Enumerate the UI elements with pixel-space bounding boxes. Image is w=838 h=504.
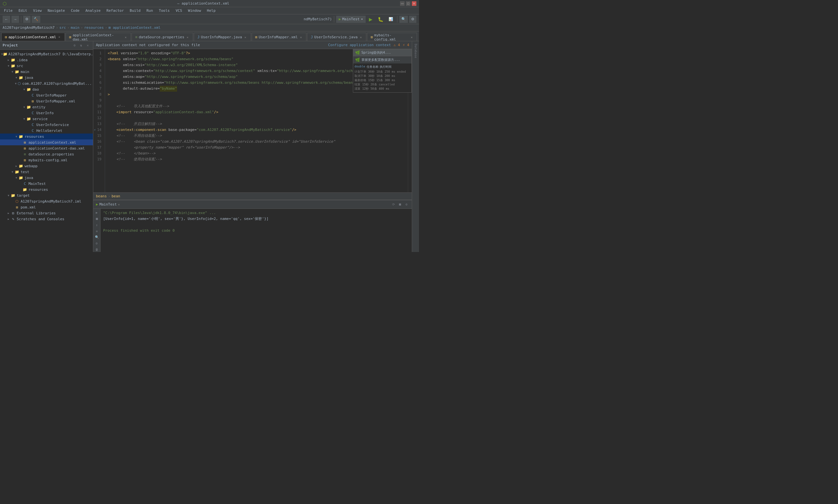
tree-entity-arrow[interactable]: ▼: [22, 105, 26, 109]
tree-test-arrow[interactable]: ▼: [11, 170, 14, 174]
debug-button[interactable]: 🐛: [376, 16, 385, 23]
recent-files-label[interactable]: ndMyBatisch7): [304, 17, 332, 21]
toolbar-search[interactable]: 🔍: [399, 16, 408, 23]
run-settings-icon[interactable]: ⚙: [404, 202, 409, 207]
tree-main-arrow[interactable]: ▼: [11, 70, 14, 74]
spring-popup[interactable]: 🌿 Spring提供的4... 🌿 掌握更多配置数据源方... double 任…: [353, 49, 412, 93]
tree-webapp[interactable]: ▶ 📁 webapp: [0, 163, 93, 169]
run-icon-5[interactable]: 🔍: [94, 235, 100, 239]
menu-run[interactable]: Run: [144, 8, 156, 14]
tree-testjava-arrow[interactable]: ▼: [14, 176, 18, 180]
run-configuration[interactable]: ▶ MainTest ▾: [336, 16, 365, 23]
tree-com[interactable]: ▼ ⬡ com.A1207.A1207springAndMyBat...: [0, 80, 93, 86]
tree-src-arrow[interactable]: ▼: [6, 64, 11, 68]
breadcrumb-project[interactable]: A1207springAndMyBatisch7: [3, 25, 55, 30]
close-button[interactable]: ✕: [412, 1, 416, 6]
menu-vcs[interactable]: VCS: [173, 8, 185, 14]
menu-file[interactable]: File: [1, 8, 15, 14]
tab-close-userinfomapper-xml[interactable]: ✕: [299, 35, 303, 39]
panel-close-icon[interactable]: ✕: [85, 43, 90, 48]
bottom-bc-bean[interactable]: bean: [112, 194, 121, 198]
tree-pom[interactable]: ⊞ pom.xml: [0, 204, 93, 210]
tree-root[interactable]: ▼ 📁 A1207springAndMyBatisch7 D:\JavaEnte…: [0, 51, 93, 57]
tree-main[interactable]: ▼ 📁 main: [0, 69, 93, 75]
tab-close-datasource[interactable]: ✕: [185, 35, 190, 39]
toolbar-settings[interactable]: ⚙: [409, 16, 416, 23]
menu-navigate[interactable]: Navigate: [45, 8, 68, 14]
run-tab-maintest[interactable]: ▶ MainTest ✕: [96, 202, 120, 206]
configure-link[interactable]: Configure application context: [328, 43, 391, 47]
panel-sort-icon[interactable]: ⇅: [78, 43, 84, 48]
run-icon-1[interactable]: ▶: [94, 210, 100, 215]
tab-close-userinfoservice[interactable]: ✕: [359, 35, 363, 39]
tree-external-arrow[interactable]: ▶: [6, 211, 11, 215]
tree-target-arrow[interactable]: ▼: [6, 194, 11, 197]
tree-test[interactable]: ▼ 📁 test: [0, 169, 93, 175]
menu-build[interactable]: Build: [127, 8, 143, 14]
tree-service-arrow[interactable]: ▼: [22, 117, 26, 121]
tab-close-userinfomapper-java[interactable]: ✕: [244, 35, 248, 39]
toolbar-build[interactable]: 🔨: [32, 16, 40, 23]
tab-datasource[interactable]: ≡ dataSource.properties ✕: [131, 33, 193, 41]
tab-userinfomapper-java[interactable]: J UserInfoMapper.java ✕: [194, 33, 251, 41]
tree-dao[interactable]: ▼ 📁 dao: [0, 86, 93, 92]
menu-view[interactable]: View: [31, 8, 44, 14]
minimize-button[interactable]: —: [400, 1, 405, 6]
bottom-bc-beans[interactable]: beans: [96, 194, 107, 198]
tree-applicationcontext[interactable]: ⊞ applicationContext.xml: [0, 140, 93, 145]
tree-scratches[interactable]: ▶ ✎ Scratches and Consoles: [0, 216, 93, 222]
run-rerun-icon[interactable]: ⟳: [391, 202, 396, 207]
tree-dao-arrow[interactable]: ▼: [22, 87, 26, 91]
menu-window[interactable]: Window: [185, 8, 203, 14]
toolbar-project-settings[interactable]: ⚙: [23, 16, 31, 23]
run-icon-6[interactable]: ⚙: [94, 241, 100, 246]
run-config-dropdown[interactable]: ▾: [361, 17, 363, 21]
run-icon-3[interactable]: ↕: [94, 222, 100, 228]
tab-applicationcontext[interactable]: ⊞ applicationContext.xml ✕: [1, 33, 65, 41]
menu-code[interactable]: Code: [68, 8, 82, 14]
maximize-button[interactable]: □: [406, 1, 410, 6]
tab-applicationcontext-dao[interactable]: ⊞ applicationContext-dao.xml ✕: [66, 33, 131, 41]
tree-external[interactable]: ▶ ⊟ External Libraries: [0, 210, 93, 216]
tree-target[interactable]: ▼ 📁 target: [0, 193, 93, 198]
tree-datasource[interactable]: ≡ dataSource.properties: [0, 151, 93, 157]
tree-service[interactable]: ▼ 📁 service: [0, 116, 93, 122]
tree-userinfomapper[interactable]: C UserInfoMapper: [0, 92, 93, 98]
project-tree[interactable]: ▼ 📁 A1207springAndMyBatisch7 D:\JavaEnte…: [0, 50, 93, 252]
run-stop-icon[interactable]: ⏹: [397, 202, 403, 207]
menu-edit[interactable]: Edit: [16, 8, 30, 14]
tab-userinfomapper-xml[interactable]: ⊞ UserInfoMapper.xml ✕: [252, 33, 307, 41]
tab-close-dao[interactable]: ✕: [124, 35, 128, 39]
tree-maintest[interactable]: C MainTest: [0, 181, 93, 186]
tree-test-java[interactable]: ▼ 📁 java: [0, 175, 93, 181]
menu-refactor[interactable]: Refactor: [104, 8, 126, 14]
tab-close-applicationcontext[interactable]: ✕: [57, 35, 61, 39]
tree-entity[interactable]: ▼ 📁 entity: [0, 104, 93, 110]
menu-help[interactable]: Help: [204, 8, 218, 14]
tree-helloservlet[interactable]: C HelloServlet: [0, 128, 93, 133]
toolbar-back[interactable]: ←: [3, 16, 10, 23]
menu-analyze[interactable]: Analyze: [83, 8, 103, 14]
tab-close-mybaits[interactable]: ✕: [410, 35, 413, 39]
tree-idea[interactable]: ▶ 📁 .idea: [0, 57, 93, 63]
tree-test-resources[interactable]: 📁 resources: [0, 186, 93, 193]
tree-webapp-arrow[interactable]: ▶: [14, 164, 18, 168]
tree-java-arrow[interactable]: ▼: [14, 76, 18, 79]
tree-src[interactable]: ▼ 📁 src: [0, 63, 93, 69]
tree-appctx-dao[interactable]: ⊞ applicationContext-dao.xml: [0, 145, 93, 151]
tree-userinfoservice[interactable]: C UserInfoService: [0, 122, 93, 128]
tree-resources[interactable]: ▼ 📁 resources: [0, 133, 93, 140]
spring-popup-item-1[interactable]: 🌿 掌握更多配置数据源方...: [353, 56, 411, 64]
tree-scratches-arrow[interactable]: ▶: [6, 217, 11, 221]
right-icon-database[interactable]: Database: [412, 42, 419, 59]
tree-userinfomapper-xml[interactable]: ⊞ UserInfoMapper.xml: [0, 98, 93, 104]
panel-gear-icon[interactable]: ⚙: [72, 43, 77, 48]
tree-resources-arrow[interactable]: ▼: [14, 134, 18, 139]
tree-com-arrow[interactable]: ▼: [14, 82, 17, 86]
tree-mybaits[interactable]: ⊞ mybaits-config.xml: [0, 157, 93, 163]
run-button[interactable]: ▶: [367, 16, 374, 23]
tree-java[interactable]: ▼ 📁 java: [0, 75, 93, 80]
run-icon-7[interactable]: 🗑: [94, 247, 100, 252]
run-tab-close[interactable]: ✕: [118, 203, 120, 206]
menu-tools[interactable]: Tools: [156, 8, 172, 14]
